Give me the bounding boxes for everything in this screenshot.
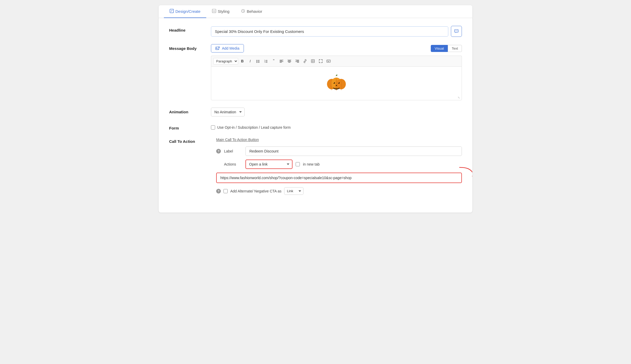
svg-rect-1 — [212, 9, 216, 13]
visual-button[interactable]: Visual — [431, 45, 448, 52]
animation-select[interactable]: No Animation Fade In Slide In Bounce — [211, 108, 245, 116]
add-media-button[interactable]: Add Media — [211, 44, 244, 52]
tab-styling[interactable]: Styling — [206, 5, 235, 18]
svg-point-5 — [456, 31, 457, 31]
form-row: Form Use Opt-in / Subscription / Lead ca… — [169, 124, 462, 130]
svg-rect-39 — [329, 61, 330, 61]
message-body-control: Add Media Visual Text Paragraph Heading … — [211, 44, 462, 100]
tabs-bar: Design/Create Styling Behavior — [159, 5, 472, 18]
table-icon — [311, 59, 315, 63]
quote-button[interactable]: " — [270, 57, 277, 65]
svg-rect-38 — [328, 61, 329, 61]
alt-cta-label: Add Alternate/ Negative CTA as — [230, 189, 282, 193]
add-media-label: Add Media — [222, 46, 239, 50]
pumpkin-image — [326, 74, 347, 93]
ordered-list-button[interactable]: 1.2.3. — [262, 57, 269, 65]
tab-design-label: Design/Create — [175, 9, 200, 14]
cta-label-row: ? Label — [216, 146, 462, 156]
animation-control: No Animation Fade In Slide In Bounce — [211, 108, 462, 116]
cta-actions-text: Actions — [224, 162, 242, 166]
main-container: Design/Create Styling Behavior — [159, 5, 472, 213]
actions-dropdown[interactable]: Open a link Close popup Go to URL — [245, 160, 292, 169]
animation-label: Animation — [169, 108, 211, 114]
bold-button[interactable]: B — [239, 57, 246, 65]
call-to-action-label: Call To Action — [169, 138, 211, 144]
alt-cta-type-select[interactable]: Link Button — [284, 187, 303, 195]
red-arrow-icon — [457, 165, 472, 180]
pencil-square-icon — [170, 9, 174, 14]
svg-text:3.: 3. — [264, 61, 265, 63]
form-label: Form — [169, 124, 211, 130]
editor-toolbar: Paragraph Heading 1 Heading 2 B I 1.2.3.… — [211, 56, 462, 66]
form-control: Use Opt-in / Subscription / Lead capture… — [211, 124, 462, 130]
format-select[interactable]: Paragraph Heading 1 Heading 2 — [213, 58, 238, 64]
svg-rect-40 — [328, 61, 329, 62]
resize-handle[interactable]: ⤡ — [458, 96, 461, 99]
align-left-button[interactable] — [278, 57, 285, 65]
tab-styling-label: Styling — [218, 9, 230, 14]
label-help-icon[interactable]: ? — [216, 149, 221, 154]
align-center-icon — [288, 59, 291, 63]
align-right-button[interactable] — [294, 57, 301, 65]
visual-text-switch: Visual Text — [431, 45, 462, 52]
svg-rect-36 — [327, 60, 330, 62]
ul-icon — [256, 59, 260, 63]
cta-control: Main Call To Action Button ? Label Actio… — [211, 138, 462, 195]
chat-button[interactable] — [451, 26, 462, 37]
clock-icon — [241, 9, 245, 14]
svg-point-13 — [256, 62, 257, 63]
svg-point-10 — [256, 61, 257, 62]
chat-icon — [454, 29, 459, 34]
message-body-label: Message Body — [169, 44, 211, 51]
table-button[interactable] — [309, 57, 317, 65]
headline-label: Headline — [169, 26, 211, 32]
new-tab-label: in new tab — [303, 162, 320, 166]
headline-control — [211, 26, 462, 37]
link-button[interactable] — [301, 57, 309, 65]
svg-rect-37 — [327, 61, 328, 61]
label-input[interactable] — [245, 146, 462, 156]
svg-point-9 — [256, 60, 257, 61]
add-media-icon — [215, 46, 220, 50]
align-center-button[interactable] — [286, 57, 293, 65]
call-to-action-row: Call To Action Main Call To Action Butto… — [169, 138, 462, 195]
align-right-icon — [295, 59, 299, 63]
tab-behavior[interactable]: Behavior — [235, 5, 268, 18]
italic-button[interactable]: I — [246, 57, 254, 65]
editor-area[interactable]: ⤡ — [211, 66, 462, 100]
new-tab-checkbox[interactable] — [296, 162, 300, 166]
url-input-container — [216, 173, 462, 183]
ol-icon: 1.2.3. — [264, 59, 268, 63]
svg-point-4 — [455, 31, 456, 31]
animation-row: Animation No Animation Fade In Slide In … — [169, 108, 462, 116]
alt-cta-row: ? Add Alternate/ Negative CTA as Link Bu… — [216, 187, 462, 195]
keyboard-icon — [326, 60, 331, 63]
link-icon — [303, 59, 307, 63]
unordered-list-button[interactable] — [254, 57, 262, 65]
tab-behavior-label: Behavior — [247, 9, 262, 14]
keyboard-button[interactable] — [325, 57, 332, 65]
content-area: Headline Mes — [159, 18, 472, 213]
expand-icon — [319, 59, 323, 63]
headline-input[interactable] — [211, 26, 448, 37]
svg-point-6 — [457, 31, 458, 31]
palette-icon — [212, 9, 216, 14]
form-checkbox[interactable] — [211, 125, 215, 130]
alt-cta-checkbox[interactable] — [223, 189, 228, 193]
svg-point-8 — [216, 48, 217, 48]
cta-actions-row: Actions Open a link Close popup Go to UR… — [216, 160, 462, 169]
headline-row: Headline — [169, 26, 462, 37]
main-cta-link[interactable]: Main Call To Action Button — [216, 138, 462, 142]
message-body-row: Message Body Add Media Visual — [169, 44, 462, 100]
align-left-icon — [280, 59, 283, 63]
cta-label-text: Label — [224, 149, 242, 153]
expand-button[interactable] — [317, 57, 324, 65]
url-input[interactable] — [216, 173, 462, 183]
form-checkbox-label: Use Opt-in / Subscription / Lead capture… — [217, 125, 291, 130]
text-button[interactable]: Text — [448, 45, 462, 52]
alt-cta-help-icon[interactable]: ? — [216, 189, 221, 193]
tab-design[interactable]: Design/Create — [164, 5, 206, 18]
